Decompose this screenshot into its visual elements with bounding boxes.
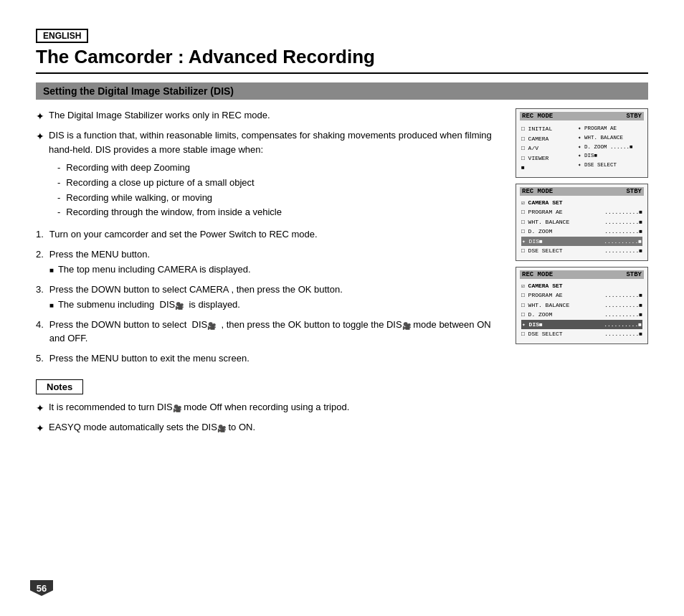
step-3-sub: ■ The submenu including DIS🎥 is displaye… [49,298,343,312]
step-5: 5. Press the MENU button to exit the men… [36,351,501,366]
left-column: ✦ The Digital Image Stabilizer works onl… [36,108,501,440]
notes-bullet-text-2: EASYQ mode automatically sets the DIS🎥 t… [49,420,255,436]
notes-bullet-1: ✦ It is recommended to turn DIS🎥 mode Of… [36,400,501,416]
step-5-text: Press the MENU button to exit the menu s… [49,351,250,366]
page-container: ENGLISH The Camcorder : Advanced Recordi… [0,0,684,616]
screen-2-header-left: REC MODE [522,188,553,195]
section-header: Setting the Digital Image Stabilizer (DI… [36,82,648,100]
screen-1-header-right: STBY [626,113,642,120]
screen-capture-2: REC MODE STBY ☑ CAMERA SET □ PROGRAM AE … [516,184,648,261]
notes-bullet-sym-2: ✦ [36,421,44,436]
dash-list: - Recording with deep Zooming - Recordin… [57,161,501,220]
language-label: ENGLISH [36,29,88,43]
screen-1-header: REC MODE STBY [520,112,644,120]
step-1: 1. Turn on your camcorder and set the Po… [36,227,501,242]
step-3-text: Press the DOWN button to select CAMERA ,… [49,283,343,297]
step-2-content: Press the MENU button. ■ The top menu in… [49,247,251,277]
dash-item-1: - Recording with deep Zooming [57,161,501,176]
dash-text-2: Recording a close up picture of a small … [66,176,254,191]
step-3-content: Press the DOWN button to select CAMERA ,… [49,283,343,312]
bullet-1: ✦ The Digital Image Stabilizer works onl… [36,108,501,124]
step-4-text: Press the DOWN button to select DIS🎥 , t… [49,318,501,346]
page-number: 56 [30,580,53,596]
right-column: REC MODE STBY □ INITIAL □ CAMERA □ A/V □… [516,108,648,440]
dash-text-3: Recording while walking, or moving [66,191,212,206]
notes-bullet-2: ✦ EASYQ mode automatically sets the DIS🎥… [36,420,501,436]
screen-1-header-left: REC MODE [522,113,553,120]
screen-capture-3: REC MODE STBY ☑ CAMERA SET □ PROGRAM AE … [516,267,648,344]
dash-text-4: Recording through the window, from insid… [66,205,282,220]
step-3-sub-text: The submenu including DIS🎥 is displayed. [58,298,240,312]
notes-section: Notes ✦ It is recommended to turn DIS🎥 m… [36,379,501,436]
bullet-sym-1: ✦ [36,109,44,124]
dash-text-1: Recording with deep Zooming [66,161,190,176]
screen-capture-1: REC MODE STBY □ INITIAL □ CAMERA □ A/V □… [516,108,648,178]
main-title: The Camcorder : Advanced Recording [36,46,648,74]
dash-item-2: - Recording a close up picture of a smal… [57,176,501,191]
notes-label: Notes [36,379,83,394]
steps: 1. Turn on your camcorder and set the Po… [36,227,501,365]
content-area: ✦ The Digital Image Stabilizer works onl… [36,108,648,440]
notes-bullet-text-1: It is recommended to turn DIS🎥 mode Off … [49,400,349,416]
step-2-sub: ■ The top menu including CAMERA is displ… [49,262,251,277]
screen-3-header-left: REC MODE [522,271,553,278]
bullet-text-1: The Digital Image Stabilizer works only … [49,108,270,124]
step-2-text: Press the MENU button. [49,247,251,262]
step-2: 2. Press the MENU button. ■ The top menu… [36,247,501,277]
bullet-text-2: DIS is a function that, within reasonabl… [49,128,501,156]
step-3: 3. Press the DOWN button to select CAMER… [36,283,501,312]
screen-3-header: REC MODE STBY [520,270,644,279]
notes-bullet-sym-1: ✦ [36,401,44,416]
dash-item-4: - Recording through the window, from ins… [57,205,501,220]
screen-3-header-right: STBY [626,271,642,278]
dash-item-3: - Recording while walking, or moving [57,191,501,206]
screen-2-header: REC MODE STBY [520,187,644,196]
screen-2-header-right: STBY [626,188,642,195]
step-4: 4. Press the DOWN button to select DIS🎥 … [36,318,501,346]
step-2-sub-text: The top menu including CAMERA is display… [58,262,251,277]
bullet-sym-2: ✦ [36,129,44,156]
step-1-text: Turn on your camcorder and set the Power… [49,227,318,242]
bullet-2: ✦ DIS is a function that, within reasona… [36,128,501,156]
